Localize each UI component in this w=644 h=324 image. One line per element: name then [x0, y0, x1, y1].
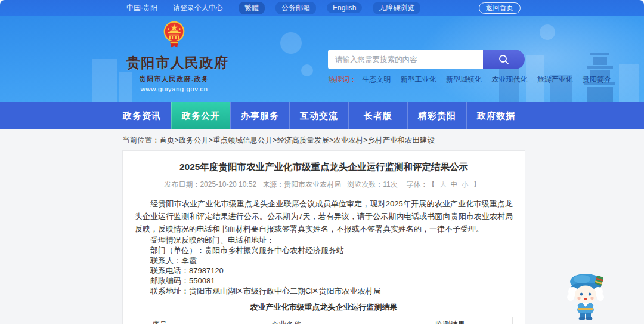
- banner-bokeh-decoration: [280, 32, 302, 54]
- nav-item-disclosure[interactable]: 政务公开: [171, 102, 230, 129]
- breadcrumb: 当前位置：首页>政务公开>重点领域信息公开>经济高质量发展>农业农村>乡村产业和…: [0, 129, 644, 150]
- search-button[interactable]: [483, 50, 525, 69]
- contact-postcode-line: 邮政编码：550081: [135, 276, 513, 286]
- breadcrumb-label: 当前位置：: [122, 136, 160, 144]
- main-nav: 政务资讯 政务公开 办事服务 互动交流 长者版 精彩贵阳 政府数据: [0, 102, 644, 129]
- font-size-small[interactable]: 小: [462, 180, 469, 189]
- topbar-link-english[interactable]: English: [327, 2, 362, 13]
- topbar-link-traditional[interactable]: 繁體: [239, 2, 265, 14]
- site-name: 贵阳市人民政府: [126, 54, 222, 72]
- nav-item-news[interactable]: 政务资讯: [113, 102, 171, 129]
- font-size-selector: 字体：【大中小】: [404, 180, 484, 189]
- header-序号: 序号: [135, 317, 184, 324]
- article-source: 来源：贵阳市农业农村局: [262, 180, 341, 189]
- hot-search-word[interactable]: 农业现代化: [491, 75, 527, 84]
- contact-department-line: 部门（单位）：贵阳市乡村振兴服务中心农村经济服务站: [135, 245, 513, 255]
- site-url: www.guiyang.gov.cn: [126, 85, 222, 92]
- font-size-label: 字体：【: [407, 180, 435, 189]
- national-emblem-icon: [162, 21, 187, 50]
- topbar: 中国·贵阳 请登录个人中心 繁體 公务邮箱 English 无障碍浏览 返回首页: [0, 0, 644, 16]
- content-area: 当前位置：首页>政务公开>重点领域信息公开>经济高质量发展>农业农村>乡村产业和…: [0, 129, 644, 324]
- article-paragraph: 经贵阳市农业产业化市级重点龙头企业联席会议成员单位审定，现对2025年开展的农业…: [135, 198, 513, 235]
- topbar-link-china-guiyang[interactable]: 中国·贵阳: [126, 3, 157, 13]
- banner-bokeh-decoration: [540, 24, 555, 40]
- hot-search-word[interactable]: 旅游产业化: [537, 75, 573, 84]
- nav-item-highlights[interactable]: 精彩贵阳: [407, 102, 466, 129]
- mascot-widget[interactable]: [562, 269, 609, 321]
- breadcrumb-path[interactable]: 首页>政务公开>重点领域信息公开>经济高质量发展>农业农村>乡村产业和农田建设: [160, 136, 435, 144]
- banner-building-decoration: [619, 64, 639, 102]
- search-icon: [498, 54, 510, 66]
- site-logo[interactable]: 贵阳市人民政府 贵阳市人民政府.政务 www.guiyang.gov.cn: [126, 21, 222, 92]
- topbar-link-login[interactable]: 请登录个人中心: [173, 3, 223, 13]
- font-size-bracket: 】: [473, 180, 481, 189]
- search-area: 热搜词： 生态文明 新型工业化 新型城镇化 农业现代化 旅游产业化 贵阳简介: [328, 50, 525, 85]
- contact-phone-line: 联系电话：87987120: [135, 266, 513, 276]
- article-card: 2025年度贵阳市农业产业化市级重点龙头企业运行监测和评定结果公示 发布日期：2…: [122, 150, 525, 324]
- nav-item-interaction[interactable]: 互动交流: [289, 102, 348, 129]
- table-header-row: 序号 企业名称 监测结果: [135, 317, 513, 324]
- font-size-medium[interactable]: 中: [451, 180, 458, 189]
- article-meta: 发布日期：2025-10-20 10:52来源：贵阳市农业农村局浏览次数：11次…: [135, 180, 513, 190]
- contact-person-line: 联系人：李霞: [135, 255, 513, 266]
- publish-date: 发布日期：2025-10-20 10:52: [164, 180, 256, 189]
- site-subtitle: 贵阳市人民政府.政务: [126, 75, 222, 84]
- topbar-link-mail[interactable]: 公务邮箱: [275, 2, 316, 14]
- nav-item-gov-data[interactable]: 政府数据: [466, 102, 525, 129]
- header-监测结果: 监测结果: [388, 317, 513, 324]
- browser-page: 中国·贵阳 请登录个人中心 繁體 公务邮箱 English 无障碍浏览 返回首页: [0, 0, 644, 324]
- hot-search-word[interactable]: 新型工业化: [401, 75, 436, 84]
- monitoring-result-table: 序号 企业名称 监测结果 1 贵州合力超市采购有限公司 合格 2 贵州友禾种业有…: [135, 317, 513, 324]
- header-企业名称: 企业名称: [184, 317, 388, 324]
- topbar-link-accessibility[interactable]: 无障碍浏览: [373, 2, 420, 14]
- article-title: 2025年度贵阳市农业产业化市级重点龙头企业运行监测和评定结果公示: [135, 151, 513, 174]
- hot-search-label: 热搜词：: [328, 75, 357, 84]
- nav-item-senior-version[interactable]: 长者版: [348, 102, 407, 129]
- back-home-button[interactable]: 返回首页: [479, 2, 521, 14]
- banner-bokeh-decoration: [301, 64, 313, 76]
- header-banner: 贵阳市人民政府 贵阳市人民政府.政务 www.guiyang.gov.cn 热搜…: [0, 16, 644, 102]
- table-caption: 农业产业化市级重点龙头企业运行监测结果: [135, 302, 513, 313]
- hot-search-word[interactable]: 贵阳简介: [583, 75, 611, 84]
- font-size-large[interactable]: 大: [440, 180, 447, 189]
- hot-search-word[interactable]: 新型城镇化: [446, 75, 482, 84]
- nav-item-services[interactable]: 办事服务: [230, 102, 289, 129]
- hot-search-word[interactable]: 生态文明: [362, 75, 391, 84]
- contact-intro-line: 受理情况反映的部门、电话和地址：: [135, 235, 513, 245]
- view-count: 浏览次数：11次: [347, 180, 397, 189]
- contact-address-line: 联系地址：贵阳市观山湖区市级行政中心二期C区贵阳市农业农村局: [135, 286, 513, 296]
- search-input[interactable]: [328, 50, 483, 69]
- hot-search-bar: 热搜词： 生态文明 新型工业化 新型城镇化 农业现代化 旅游产业化 贵阳简介: [328, 75, 525, 85]
- banner-building-decoration: [92, 59, 117, 102]
- mascot-icon: [562, 269, 609, 321]
